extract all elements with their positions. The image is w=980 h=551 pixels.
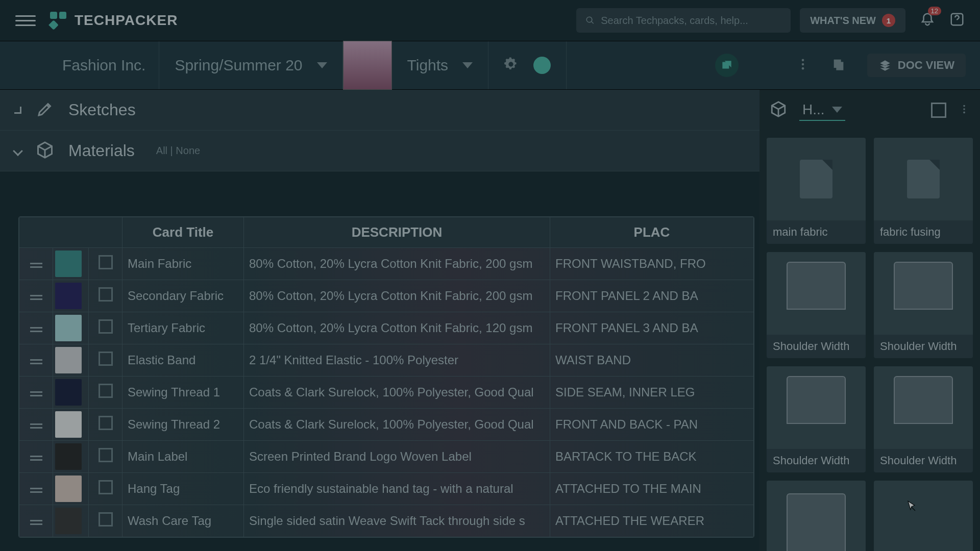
whats-new-button[interactable]: WHAT'S NEW 1 — [800, 8, 905, 33]
help-button[interactable] — [949, 12, 965, 29]
drag-handle-icon[interactable] — [19, 344, 53, 377]
row-checkbox[interactable] — [89, 441, 122, 473]
drag-handle-icon[interactable] — [19, 441, 53, 473]
drag-handle-icon[interactable] — [19, 505, 53, 537]
panel-select-label: H... — [802, 102, 825, 118]
section-title: Sketches — [68, 101, 136, 119]
panel-card[interactable]: main fabric — [767, 138, 866, 244]
hamburger-menu-icon[interactable] — [15, 10, 36, 31]
cell-description: Single sided satin Weave Swift Tack thro… — [244, 505, 550, 537]
panel-select[interactable]: H... — [799, 99, 845, 121]
logo-icon — [50, 12, 67, 29]
panel-more-button[interactable] — [959, 104, 970, 117]
panel-card[interactable]: Shoulder Width — [874, 252, 973, 358]
copy-button[interactable] — [831, 57, 846, 73]
cell-description: Coats & Clark Surelock, 100% Polyester, … — [244, 377, 550, 409]
chevron-down-icon — [13, 146, 23, 156]
row-checkbox[interactable] — [89, 344, 122, 377]
product-thumbnail[interactable] — [343, 41, 392, 90]
panel-filter-button[interactable] — [905, 103, 919, 118]
table-row[interactable]: Sewing Thread 2Coats & Clark Surelock, 1… — [19, 409, 754, 441]
row-checkbox[interactable] — [89, 280, 122, 312]
gear-icon — [504, 57, 518, 71]
swatch-cell — [53, 473, 89, 505]
card-image — [874, 138, 973, 220]
cell-placement: FRONT PANEL 3 AND BA — [550, 312, 754, 344]
chevron-down-icon — [832, 107, 842, 113]
svg-point-8 — [963, 112, 965, 114]
card-label: Shoulder Width — [874, 335, 973, 358]
cell-title: Hang Tag — [122, 473, 244, 505]
select-all-none[interactable]: All | None — [156, 145, 200, 157]
cell-description: 2 1/4" Knitted Elastic - 100% Polyester — [244, 344, 550, 377]
cube-icon — [770, 101, 787, 120]
search-input[interactable]: Search Techpacks, cards, help... — [576, 8, 791, 33]
cell-title: Wash Care Tag — [122, 505, 244, 537]
card-image — [767, 252, 866, 335]
swatch-cell — [53, 377, 89, 409]
notifications-badge: 12 — [928, 7, 941, 15]
filter-icon — [760, 57, 774, 71]
row-checkbox[interactable] — [89, 409, 122, 441]
panel-card[interactable] — [874, 481, 973, 551]
help-icon — [949, 12, 965, 27]
cell-description: Screen Printed Brand Logo Woven Label — [244, 441, 550, 473]
svg-point-1 — [801, 59, 804, 62]
card-image — [767, 138, 866, 220]
settings-button[interactable] — [504, 57, 518, 73]
card-label: Shoulder Width — [874, 449, 973, 472]
notifications-button[interactable]: 12 — [920, 12, 935, 29]
panel-grid-toggle[interactable] — [931, 103, 946, 118]
drag-handle-icon[interactable] — [19, 409, 53, 441]
context-bar: Fashion Inc. Spring/Summer 20 Tights DOC… — [0, 41, 980, 90]
cell-placement: ATTACHED THE WEARER — [550, 505, 754, 537]
pencil-icon — [36, 100, 54, 120]
cursor-pointer-icon — [904, 500, 919, 514]
swatch-cell — [53, 312, 89, 344]
table-header-row: Card Title DESCRIPTION PLAC — [19, 217, 754, 248]
table-row[interactable]: Main Fabric80% Cotton, 20% Lycra Cotton … — [19, 248, 754, 280]
panel-card[interactable]: Shoulder Width — [874, 366, 973, 472]
panel-card[interactable] — [767, 481, 866, 551]
table-row[interactable]: Elastic Band2 1/4" Knitted Elastic - 100… — [19, 344, 754, 377]
cards-view-button[interactable] — [715, 54, 739, 77]
breadcrumb-company[interactable]: Fashion Inc. — [49, 41, 159, 89]
drag-handle-icon[interactable] — [19, 312, 53, 344]
drag-handle-icon[interactable] — [19, 248, 53, 280]
card-image — [874, 481, 973, 551]
chevron-down-icon — [317, 62, 327, 68]
layers-icon — [878, 59, 892, 72]
user-avatar[interactable] — [533, 57, 551, 74]
drag-handle-icon[interactable] — [19, 377, 53, 409]
panel-card[interactable]: fabric fusing — [874, 138, 973, 244]
cell-placement: SIDE SEAM, INNER LEG — [550, 377, 754, 409]
col-description: DESCRIPTION — [244, 217, 550, 248]
cell-placement: ATTACHED TO THE MAIN — [550, 473, 754, 505]
drag-handle-icon[interactable] — [19, 473, 53, 505]
table-row[interactable]: Hang TagEco friendly sustainable hand ta… — [19, 473, 754, 505]
table-row[interactable]: Tertiary Fabric80% Cotton, 20% Lycra Cot… — [19, 312, 754, 344]
whats-new-label: WHAT'S NEW — [810, 15, 876, 27]
table-row[interactable]: Wash Care TagSingle sided satin Weave Sw… — [19, 505, 754, 537]
row-checkbox[interactable] — [89, 377, 122, 409]
row-checkbox[interactable] — [89, 312, 122, 344]
document-icon — [907, 160, 940, 198]
row-checkbox[interactable] — [89, 248, 122, 280]
filter-button[interactable] — [760, 57, 774, 73]
row-checkbox[interactable] — [89, 473, 122, 505]
season-select[interactable]: Spring/Summer 20 — [159, 41, 342, 89]
cell-title: Elastic Band — [122, 344, 244, 377]
table-row[interactable]: Main LabelScreen Printed Brand Logo Wove… — [19, 441, 754, 473]
table-row[interactable]: Secondary Fabric80% Cotton, 20% Lycra Co… — [19, 280, 754, 312]
cell-description: 80% Cotton, 20% Lycra Cotton Knit Fabric… — [244, 312, 550, 344]
table-row[interactable]: Sewing Thread 1Coats & Clark Surelock, 1… — [19, 377, 754, 409]
product-select[interactable]: Tights — [392, 41, 489, 89]
card-label: Shoulder Width — [767, 449, 866, 472]
more-button[interactable] — [796, 57, 810, 73]
drag-handle-icon[interactable] — [19, 280, 53, 312]
doc-view-button[interactable]: DOC VIEW — [867, 54, 966, 77]
chevron-right-icon — [14, 107, 21, 114]
row-checkbox[interactable] — [89, 505, 122, 537]
panel-card[interactable]: Shoulder Width — [767, 366, 866, 472]
panel-card[interactable]: Shoulder Width — [767, 252, 866, 358]
